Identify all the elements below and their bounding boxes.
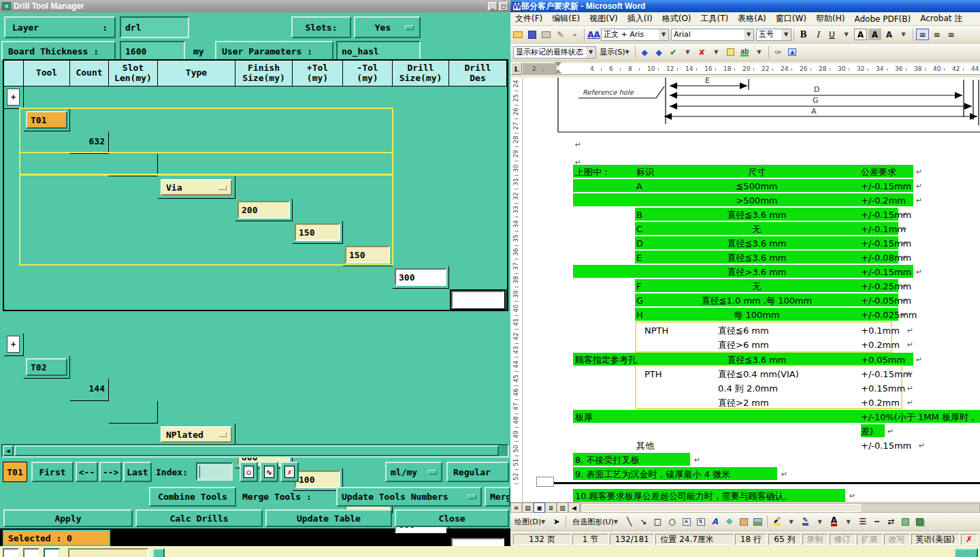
highlight-bulb-button[interactable]: ○ [240, 462, 258, 482]
print-layout-button[interactable]: ▣ [534, 503, 545, 513]
scroll-left-arrow-icon[interactable]: ◀ [3, 445, 14, 456]
reject-menu-icon[interactable]: ▼ [710, 46, 723, 58]
dash-style-icon[interactable]: ┅ [870, 516, 883, 528]
menu-视图V[interactable]: 视图(V) [585, 12, 623, 26]
maximize-button[interactable]: □ [499, 2, 508, 11]
previous-change-icon[interactable]: ◆ [638, 46, 651, 58]
font-size-combo[interactable]: 五号▼ [756, 29, 791, 41]
hanging-indent-marker[interactable] [555, 69, 561, 74]
draw-menu[interactable]: 绘图(D)▼ [511, 516, 549, 528]
next-button[interactable]: --> [99, 462, 122, 482]
select-objects-icon[interactable]: ➤ [550, 516, 563, 528]
row-select-icon[interactable]: + [7, 336, 20, 353]
merge-extra-button[interactable]: Merg [485, 487, 510, 507]
pan-button[interactable]: ∿ [260, 462, 278, 482]
strip-button-4[interactable] [152, 548, 165, 557]
threed-style-icon[interactable] [913, 516, 926, 528]
spellcheck-status-icon[interactable]: ✗ [961, 534, 977, 545]
underline-menu-icon[interactable]: ▼ [840, 29, 853, 40]
merge-mode-dropdown[interactable]: Update Tools Numbers [336, 487, 482, 507]
board-thickness-input[interactable]: 1600 [120, 41, 185, 61]
styles-pane-icon[interactable]: AA [587, 29, 600, 40]
type-dropdown[interactable]: Via [161, 179, 232, 195]
word-hscrollbar[interactable] [580, 503, 980, 513]
highlight-menu-icon[interactable]: ▼ [753, 46, 766, 58]
insert-comment-icon[interactable] [724, 46, 737, 58]
apply-button[interactable]: Apply [3, 509, 133, 527]
next-change-icon[interactable]: ◆ [653, 46, 666, 58]
clear-button[interactable]: ✗ [280, 462, 299, 482]
align-right-button[interactable]: ≡ [945, 29, 958, 40]
tol-input[interactable]: 150 [345, 246, 390, 264]
menu-格式O[interactable]: 格式(O) [657, 12, 696, 26]
dtm-hscrollbar[interactable]: ◀ [1, 444, 509, 458]
menu-编辑E[interactable]: 编辑(E) [547, 12, 585, 26]
font-color-icon[interactable]: A [828, 516, 840, 528]
italic-button[interactable]: I [811, 29, 824, 40]
underline-button[interactable]: U [826, 29, 838, 40]
combine-tools-button[interactable]: Combine Tools [149, 487, 236, 507]
accept-change-icon[interactable]: ✔ [667, 46, 680, 58]
save-icon[interactable] [525, 29, 538, 40]
tool-button[interactable]: T01 [26, 111, 67, 129]
shadow-style-icon[interactable] [899, 516, 912, 528]
toolbar-overflow-icon[interactable]: » [568, 29, 581, 40]
prev-button[interactable]: <-- [76, 462, 98, 482]
normal-view-button[interactable]: ≡ [510, 503, 522, 513]
highlight-icon[interactable]: ab [738, 46, 751, 58]
close-button[interactable]: Close [395, 509, 509, 527]
tool-button[interactable]: T02 [26, 358, 67, 376]
rectangle-icon[interactable]: □ [651, 516, 664, 528]
mode-dropdown[interactable]: Regular [446, 462, 509, 482]
row-select-icon[interactable]: + [7, 89, 20, 106]
open-icon[interactable] [511, 29, 524, 40]
type-dropdown[interactable]: NPlated [161, 426, 232, 443]
scroll-left-arrow-icon[interactable]: ◀ [568, 503, 580, 513]
clip-art-icon[interactable] [737, 516, 750, 528]
web-layout-button[interactable]: ▤ [522, 503, 534, 513]
align-center-button[interactable]: ≡ [930, 29, 943, 40]
outline-view-button[interactable]: ≣ [545, 503, 557, 513]
character-shading-button[interactable]: A [868, 29, 881, 40]
reading-view-button[interactable]: ▥ [557, 503, 568, 513]
horizontal-ruler[interactable]: 2468101214161820222426283032343638404244 [523, 63, 980, 75]
minimize-button[interactable]: _ [488, 2, 497, 11]
dtm-hscroll-thumb[interactable] [14, 445, 499, 456]
autoshapes-menu[interactable]: 自选图形(U)▼ [569, 516, 621, 528]
word-hscroll-thumb[interactable] [582, 504, 861, 512]
drill-des-input[interactable] [451, 291, 504, 308]
calc-drills-button[interactable]: Calc Drills [135, 509, 263, 527]
line-icon[interactable]: ╲ [623, 516, 636, 528]
tol-input[interactable]: 100 [295, 471, 340, 488]
print-icon[interactable] [540, 29, 553, 40]
first-line-indent-marker[interactable] [555, 62, 561, 67]
vertical-text-box-icon[interactable]: ⇅ [694, 516, 707, 528]
insert-picture-icon[interactable] [751, 516, 764, 528]
line-color-menu-icon[interactable]: ▼ [813, 516, 826, 528]
accept-menu-icon[interactable]: ▼ [681, 46, 694, 58]
wordart-icon[interactable]: A [708, 516, 721, 528]
menu-Adobe PDFB[interactable]: Adobe PDF(B) [849, 13, 915, 25]
user-parameters-input[interactable]: no_hasl [336, 41, 421, 61]
reviewing-pane-icon[interactable]: ▲ [786, 46, 799, 58]
menu-表格A[interactable]: 表格(A) [733, 12, 771, 26]
fill-color-menu-icon[interactable]: ▼ [785, 516, 798, 528]
diagram-icon[interactable]: ❖ [723, 516, 736, 528]
dtm-titlebar[interactable]: ✕ Drill Tool Manager _ □ [0, 0, 510, 12]
format-painter-icon[interactable]: ✎ [554, 29, 567, 40]
character-border-button[interactable]: A [854, 29, 867, 40]
style-combo[interactable]: 正文 + Aris▼ [601, 29, 669, 41]
strip-button-1[interactable] [3, 548, 19, 557]
font-combo[interactable]: Arial▼ [671, 29, 754, 41]
align-left-button[interactable]: ≡ [916, 29, 929, 40]
track-changes-icon[interactable]: ✑ [772, 46, 785, 58]
menu-帮助H[interactable]: 帮助(H) [811, 12, 849, 26]
units-dropdown[interactable]: ml/my [385, 462, 442, 482]
strip-button-2[interactable] [23, 548, 39, 557]
bold-button[interactable]: B [797, 29, 810, 40]
strip-right-button[interactable] [954, 548, 978, 557]
first-button[interactable]: First [31, 462, 74, 482]
oval-icon[interactable]: ○ [666, 516, 679, 528]
font-color-menu-icon[interactable]: ▼ [842, 516, 855, 528]
arrow-style-icon[interactable]: ⇄ [885, 516, 898, 528]
